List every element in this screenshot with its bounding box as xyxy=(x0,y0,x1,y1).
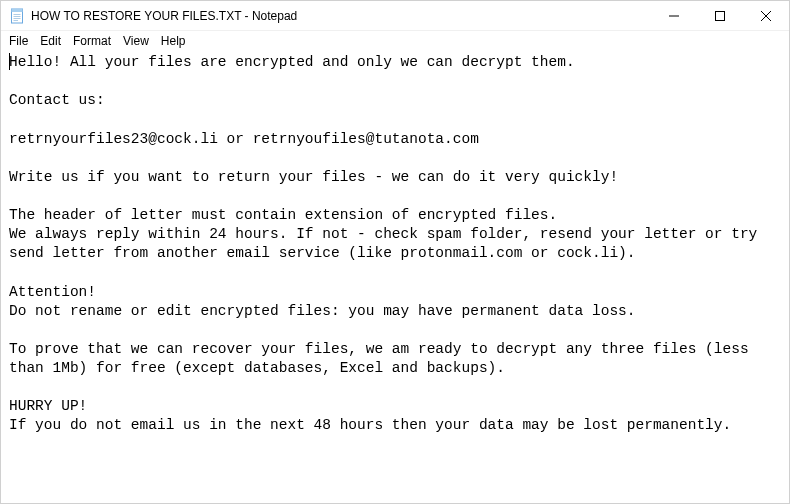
svg-rect-1 xyxy=(12,9,23,12)
text-caret xyxy=(9,53,10,70)
window-controls xyxy=(651,1,789,30)
menu-edit[interactable]: Edit xyxy=(34,33,67,49)
titlebar-left: HOW TO RESTORE YOUR FILES.TXT - Notepad xyxy=(1,8,297,24)
maximize-button[interactable] xyxy=(697,1,743,31)
menu-help[interactable]: Help xyxy=(155,33,192,49)
minimize-button[interactable] xyxy=(651,1,697,31)
close-button[interactable] xyxy=(743,1,789,31)
document-text: Hello! All your files are encrypted and … xyxy=(9,54,766,433)
minimize-icon xyxy=(669,11,679,21)
menu-view[interactable]: View xyxy=(117,33,155,49)
close-icon xyxy=(761,11,771,21)
menu-file[interactable]: File xyxy=(3,33,34,49)
window-title: HOW TO RESTORE YOUR FILES.TXT - Notepad xyxy=(31,9,297,23)
menu-format[interactable]: Format xyxy=(67,33,117,49)
text-area[interactable]: Hello! All your files are encrypted and … xyxy=(1,51,789,503)
menubar: File Edit Format View Help xyxy=(1,31,789,51)
maximize-icon xyxy=(715,11,725,21)
svg-rect-7 xyxy=(716,12,725,21)
notepad-icon xyxy=(9,8,25,24)
window-titlebar: HOW TO RESTORE YOUR FILES.TXT - Notepad xyxy=(1,1,789,31)
